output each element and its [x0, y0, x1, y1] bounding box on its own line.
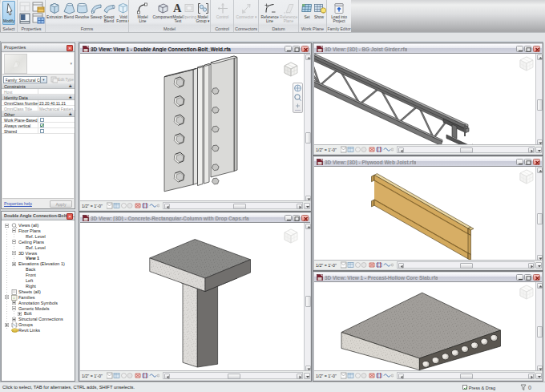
- svg-text:0: 0: [528, 385, 531, 390]
- svg-text:A: A: [173, 2, 182, 14]
